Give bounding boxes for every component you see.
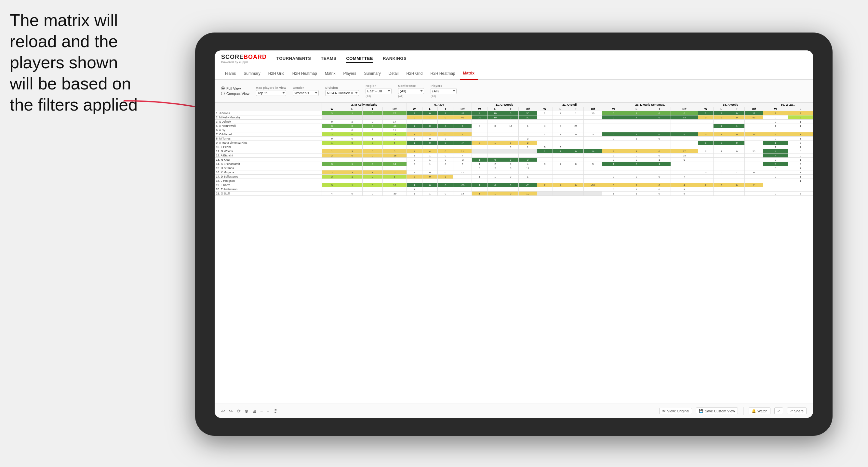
region-filter: Region East - DII (All) bbox=[366, 84, 392, 98]
bell-icon: 🔔 bbox=[751, 409, 756, 413]
sub-nav-players[interactable]: Players bbox=[340, 67, 359, 80]
compact-view-label: Compact View bbox=[226, 92, 249, 96]
sub-w-stoll: W bbox=[537, 107, 553, 111]
max-players-filter: Max players in view Top 25 bbox=[256, 86, 286, 96]
expand-button[interactable]: ⤢ bbox=[774, 407, 783, 414]
table-row: 10. L Perini 0 1 0 2 bbox=[215, 145, 813, 149]
undo-icon[interactable]: ↩ bbox=[221, 408, 225, 414]
eye-icon: 👁 bbox=[662, 409, 666, 413]
full-view-label: Full View bbox=[226, 87, 241, 90]
sub-dif-woods: Dif bbox=[518, 107, 537, 111]
player-col-header bbox=[215, 103, 322, 111]
col-header-webb: 38. A Webb bbox=[698, 103, 763, 107]
sub-nav-matrix1[interactable]: Matrix bbox=[322, 67, 339, 80]
gender-select[interactable]: Women's bbox=[293, 90, 319, 96]
compact-view-radio-btn[interactable] bbox=[221, 92, 225, 95]
player-name: 19. J Karrh bbox=[215, 183, 322, 187]
logo: SCOREBOARD Powered by clippd bbox=[221, 54, 267, 64]
player-name: 7. O Mitchell bbox=[215, 132, 322, 136]
sub-l-schumac: L bbox=[625, 107, 648, 111]
sub-w-woods: W bbox=[472, 107, 488, 111]
sub-t-schumac: T bbox=[648, 107, 671, 111]
conference-filter: Conference (All) (All) bbox=[398, 84, 424, 98]
table-row: 3. S Jelinek 0 2 0 17 bbox=[215, 120, 813, 124]
sub-t-stoll: T bbox=[568, 107, 584, 111]
sub-nav-h2h-heatmap2[interactable]: H2H Heatmap bbox=[427, 67, 458, 80]
sub-t-mulcahy: T bbox=[362, 107, 382, 111]
share-icon: ↗ bbox=[790, 409, 793, 413]
player-name: 16. X Mcgaha bbox=[215, 170, 322, 175]
tablet-device: SCOREBOARD Powered by clippd TOURNAMENTS… bbox=[195, 33, 833, 436]
sub-nav-detail[interactable]: Detail bbox=[385, 67, 402, 80]
col-header-woods: 11. G Woods bbox=[472, 103, 537, 107]
table-row: 17. D Ballesteros 3 1 0 6 2 0 3 1 1 0 1 bbox=[215, 175, 813, 179]
gender-label: Gender bbox=[293, 86, 319, 89]
minus-icon[interactable]: − bbox=[260, 408, 263, 414]
sub-t-ady: T bbox=[438, 107, 453, 111]
table-row: 15. H Stranda 0 2 0 11 bbox=[215, 166, 813, 170]
matrix-table: 2. M Kelly Mulcahy 6. A Dy 11. G Woods 2… bbox=[215, 102, 813, 196]
player-name: 10. L Perini bbox=[215, 145, 322, 149]
zoom-icon[interactable]: ⊕ bbox=[245, 408, 248, 414]
sub-t-woods: T bbox=[503, 107, 518, 111]
redo-icon[interactable]: ↪ bbox=[229, 408, 233, 414]
player-name: 11. G Woods bbox=[215, 149, 322, 154]
plus-icon[interactable]: + bbox=[267, 408, 269, 414]
sub-t-webb: T bbox=[729, 107, 745, 111]
sub-nav-teams[interactable]: Teams bbox=[221, 67, 239, 80]
nav-bar: SCOREBOARD Powered by clippd TOURNAMENTS… bbox=[215, 51, 813, 67]
nav-committee[interactable]: COMMITTEE bbox=[346, 55, 373, 63]
save-icon: 💾 bbox=[699, 409, 704, 413]
nav-teams[interactable]: TEAMS bbox=[321, 55, 336, 63]
players-select[interactable]: (All) bbox=[431, 88, 457, 94]
clock-icon[interactable]: ⏱ bbox=[273, 408, 278, 414]
sub-nav-summary2[interactable]: Summary bbox=[361, 67, 384, 80]
annotation-text: The matrix will reload and the players s… bbox=[10, 10, 140, 116]
view-original-button[interactable]: 👁 View: Original bbox=[659, 408, 692, 414]
sub-w-webb: W bbox=[698, 107, 714, 111]
sub-nav-summary1[interactable]: Summary bbox=[240, 67, 264, 80]
sub-w-mulcahy: W bbox=[322, 107, 342, 111]
table-row: 9. A Maria Jimenez Rios 1 0 0 6 1 0 0 -7… bbox=[215, 141, 813, 145]
max-players-select[interactable]: Top 25 bbox=[256, 90, 286, 96]
table-row: 2. M Kelly Mulcahy 0 7 0 40 10 10 0 50 bbox=[215, 116, 813, 120]
table-row: 18. J Hodgson bbox=[215, 179, 813, 183]
gender-filter: Gender Women's bbox=[293, 86, 319, 96]
division-select[interactable]: NCAA Division II bbox=[325, 90, 359, 96]
share-button[interactable]: ↗ Share bbox=[787, 407, 807, 414]
player-name: 18. J Hodgson bbox=[215, 179, 322, 183]
player-name: 3. S Jelinek bbox=[215, 120, 322, 124]
sub-l-mulcahy: L bbox=[342, 107, 362, 111]
watch-button[interactable]: 🔔 Watch bbox=[749, 407, 770, 414]
sub-l-webb: L bbox=[714, 107, 729, 111]
col-header-mulcahy: 2. M Kelly Mulcahy bbox=[322, 103, 406, 107]
nav-rankings[interactable]: RANKINGS bbox=[383, 55, 406, 63]
player-name: 2. M Kelly Mulcahy bbox=[215, 116, 322, 120]
full-view-radio-btn[interactable] bbox=[221, 87, 225, 90]
player-name: 8. M Torres bbox=[215, 136, 322, 141]
sub-nav-matrix2[interactable]: Matrix bbox=[460, 67, 478, 80]
nav-tournaments[interactable]: TOURNAMENTS bbox=[276, 55, 311, 63]
sub-l-ady: L bbox=[422, 107, 438, 111]
player-name: 20. E Andersson bbox=[215, 187, 322, 191]
sub-dif-webb: Dif bbox=[745, 107, 763, 111]
refresh-icon[interactable]: ⟳ bbox=[237, 408, 241, 414]
save-custom-button[interactable]: 💾 Save Custom View bbox=[696, 407, 738, 414]
matrix-area[interactable]: 2. M Kelly Mulcahy 6. A Dy 11. G Woods 2… bbox=[215, 102, 813, 404]
conference-select[interactable]: (All) bbox=[398, 88, 424, 94]
col-header-za: 60. W Za... bbox=[763, 103, 813, 107]
sub-nav-h2h-grid1[interactable]: H2H Grid bbox=[265, 67, 288, 80]
table-row: 1. J Garcia 3 1 0 27 3 0 1 -11 4 10 0 50… bbox=[215, 111, 813, 116]
sub-w-schumac: W bbox=[602, 107, 625, 111]
player-name: 9. A Maria Jimenez Rios bbox=[215, 141, 322, 145]
sub-nav-h2h-grid2[interactable]: H2H Grid bbox=[403, 67, 426, 80]
filters-bar: Full View Compact View Max players in vi… bbox=[215, 80, 813, 102]
player-name: 6. A Dy bbox=[215, 128, 322, 132]
logo-text: SCOREBOARD bbox=[221, 54, 267, 61]
sub-nav-h2h-heatmap1[interactable]: H2H Heatmap bbox=[289, 67, 320, 80]
region-select[interactable]: East - DII bbox=[366, 88, 392, 94]
full-view-radio[interactable]: Full View bbox=[221, 87, 249, 90]
grid-icon[interactable]: ⊞ bbox=[252, 408, 256, 414]
compact-view-radio[interactable]: Compact View bbox=[221, 92, 249, 96]
col-header-stoll: 21. O Stoll bbox=[537, 103, 602, 107]
